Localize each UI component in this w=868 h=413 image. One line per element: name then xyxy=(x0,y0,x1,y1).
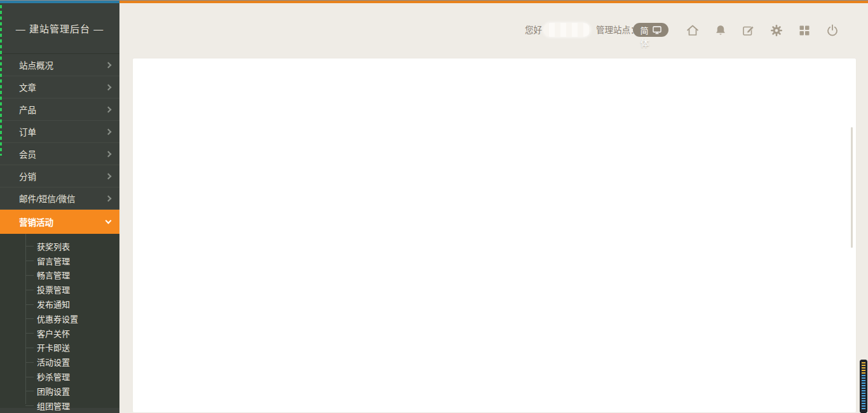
submenu-item-publish-notice[interactable]: 发布通知 xyxy=(0,297,119,311)
submenu-item-vote-mgmt[interactable]: 投票管理 xyxy=(0,282,119,297)
submenu-item-group-mgmt[interactable]: 组团管理 xyxy=(0,398,119,413)
browser-scrollbar-thumb[interactable] xyxy=(851,127,853,248)
app-logo: — 建站管理后台 — xyxy=(0,3,119,54)
sidebar-item-label: 订单 xyxy=(19,125,36,138)
sidebar-item-orders[interactable]: 订单 xyxy=(0,121,119,143)
sidebar-submenu: 获奖列表 留言管理 畅言管理 投票管理 发布通知 优惠券设置 客户关怀 开卡即送… xyxy=(0,234,119,408)
sidebar-item-label: 产品 xyxy=(19,103,36,116)
sidebar-item-members[interactable]: 会员 xyxy=(0,143,119,165)
sidebar-item-label: 分销 xyxy=(19,170,36,182)
submenu-label: 团购设置 xyxy=(37,385,70,397)
edit-compose-icon[interactable] xyxy=(741,23,756,38)
chevron-right-icon xyxy=(105,106,112,112)
language-toggle[interactable]: 简 xyxy=(633,23,668,37)
submenu-item-groupbuy-settings[interactable]: 团购设置 xyxy=(0,384,119,398)
chevron-right-icon xyxy=(105,195,112,201)
greeting-text: 您好 xyxy=(525,25,542,36)
home-icon[interactable] xyxy=(685,23,700,38)
submenu-item-seckill-mgmt[interactable]: 秒杀管理 xyxy=(0,369,119,384)
sidebar-item-label: 文章 xyxy=(19,81,36,93)
chevron-right-icon xyxy=(105,151,112,157)
submenu-item-card-gift[interactable]: 开卡即送 xyxy=(0,341,119,355)
blurred-username xyxy=(543,23,590,37)
notifications-bell-icon[interactable] xyxy=(713,23,728,38)
submenu-item-award-list[interactable]: 获奖列表 xyxy=(0,239,119,254)
sidebar-item-label: 站点概况 xyxy=(19,58,53,71)
language-toggle-overflow: 体 xyxy=(641,36,649,49)
submenu-label: 投票管理 xyxy=(37,283,70,295)
sidebar: — 建站管理后台 — 站点概况 文章 产品 订单 会员 分销 邮件/短信/微信 … xyxy=(0,3,119,413)
chevron-right-icon xyxy=(105,62,112,68)
minimap-marks-yellow xyxy=(862,362,865,374)
sidebar-item-label: 会员 xyxy=(19,147,36,160)
submenu-item-activity-settings[interactable]: 活动设置 xyxy=(0,355,119,369)
chevron-right-icon xyxy=(105,128,112,135)
settings-gear-icon[interactable] xyxy=(769,23,784,38)
submenu-item-coupon-settings[interactable]: 优惠券设置 xyxy=(0,311,119,326)
submenu-label: 客户关怀 xyxy=(37,327,70,339)
apps-grid-icon[interactable] xyxy=(797,23,812,38)
submenu-item-changyan-mgmt[interactable]: 畅言管理 xyxy=(0,268,119,283)
monitor-icon xyxy=(653,25,661,34)
submenu-label: 优惠券设置 xyxy=(37,313,78,325)
minimap-marks-blue xyxy=(862,375,865,410)
submenu-label: 畅言管理 xyxy=(37,269,70,281)
submenu-item-message-mgmt[interactable]: 留言管理 xyxy=(0,254,119,268)
capture-artifact-green-dashes xyxy=(0,5,2,156)
capture-artifact-minimap xyxy=(860,360,867,413)
chevron-down-icon xyxy=(105,217,112,224)
logout-power-icon[interactable] xyxy=(825,23,840,38)
submenu-label: 开卡即送 xyxy=(37,341,70,353)
form-card xyxy=(132,58,857,413)
sidebar-item-marketing-active[interactable]: 营销活动 xyxy=(0,210,119,234)
submenu-label: 获奖列表 xyxy=(37,240,70,252)
submenu-item-customer-care[interactable]: 客户关怀 xyxy=(0,326,119,341)
submenu-label: 留言管理 xyxy=(37,255,70,267)
sidebar-item-products[interactable]: 产品 xyxy=(0,98,119,121)
sidebar-item-label: 邮件/短信/微信 xyxy=(19,192,76,205)
sidebar-item-mail-sms-wechat[interactable]: 邮件/短信/微信 xyxy=(0,187,119,210)
submenu-label: 秒杀管理 xyxy=(37,370,70,383)
chevron-right-icon xyxy=(105,84,112,90)
sidebar-item-articles[interactable]: 文章 xyxy=(0,76,119,98)
top-accent-orange xyxy=(119,1,868,3)
sidebar-item-label: 营销活动 xyxy=(19,215,53,228)
submenu-label: 活动设置 xyxy=(37,356,70,368)
submenu-label: 发布通知 xyxy=(37,298,70,310)
sidebar-item-site-overview[interactable]: 站点概况 xyxy=(0,54,119,76)
sidebar-item-distribution[interactable]: 分销 xyxy=(0,165,119,187)
chevron-right-icon xyxy=(105,173,112,179)
submenu-label: 组团管理 xyxy=(37,400,70,412)
language-toggle-label: 简 xyxy=(640,24,648,36)
